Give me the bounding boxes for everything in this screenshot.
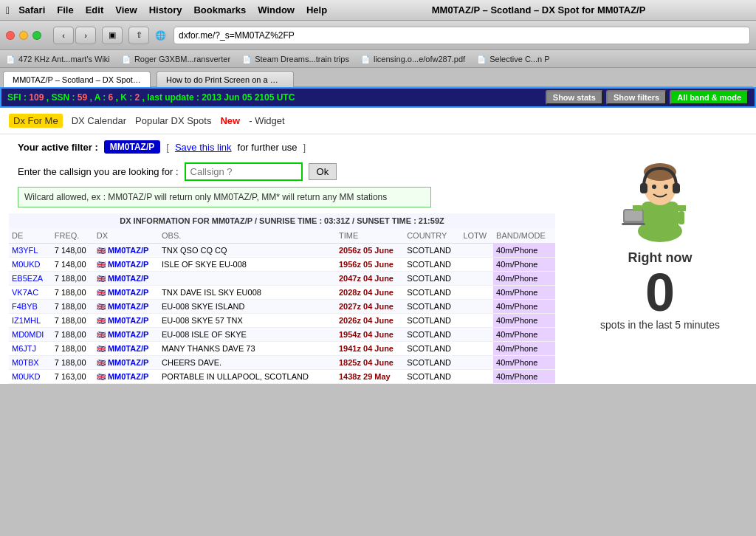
dx-cell: 🇬🇧 MM0TAZ/P	[94, 370, 159, 384]
minimize-button[interactable]	[19, 31, 28, 40]
callsign-input[interactable]	[185, 162, 303, 181]
dx-link[interactable]: MM0TAZ/P	[108, 260, 148, 269]
window-title: MM0TAZ/P – Scotland – DX Spot for MM0TAZ…	[327, 4, 750, 16]
save-link[interactable]: Save this link	[175, 142, 232, 153]
bookmark-4[interactable]: 📄 licensing.o...e/ofw287.pdf	[361, 55, 465, 63]
time-cell: 1825z 04 June	[336, 356, 404, 370]
de-cell: M0UKD	[9, 258, 52, 272]
nav-popular[interactable]: Popular DX Spots	[135, 115, 211, 126]
dx-link[interactable]: MM0TAZ/P	[108, 274, 148, 283]
freq-cell: 7 163,00	[52, 370, 94, 384]
col-time: TIME	[336, 228, 404, 244]
de-link[interactable]: M0UKD	[12, 260, 41, 269]
maximize-button[interactable]	[32, 31, 41, 40]
obs-cell: TNX DAVE ISL SKY EU008	[159, 286, 336, 300]
dx-link[interactable]: MM0TAZ/P	[108, 246, 148, 255]
de-link[interactable]: M0TBX	[12, 358, 39, 367]
dx-link[interactable]: MM0TAZ/P	[108, 302, 148, 311]
country-cell: SCOTLAND	[404, 314, 460, 328]
dx-link[interactable]: MM0TAZ/P	[108, 330, 148, 339]
de-link[interactable]: M6JTJ	[12, 344, 36, 353]
back-button[interactable]: ‹	[53, 27, 74, 44]
country-cell: SCOTLAND	[404, 370, 460, 384]
address-bar[interactable]	[173, 27, 750, 44]
lotw-cell	[460, 258, 493, 272]
filter-row: Your active filter : MM0TAZ/P [ Save thi…	[9, 134, 555, 159]
lotw-cell	[460, 314, 493, 328]
filter-label: Your active filter :	[18, 142, 98, 153]
svg-rect-13	[678, 211, 684, 224]
dx-cell: 🇬🇧 MM0TAZ/P	[94, 328, 159, 342]
tab-2[interactable]: How to do Print Screen on a Mac | W	[157, 71, 294, 87]
flag-icon: 🇬🇧	[97, 247, 106, 255]
hint-row: Wilcard allowed, ex : MM0TAZ/P will retu…	[18, 187, 431, 207]
de-link[interactable]: VK7AC	[12, 288, 38, 297]
menu-help[interactable]: Help	[306, 4, 327, 16]
share-button[interactable]: ⇧	[128, 27, 149, 44]
de-link[interactable]: M3YFL	[12, 246, 38, 255]
country-cell: SCOTLAND	[404, 328, 460, 342]
dx-link[interactable]: MM0TAZ/P	[108, 344, 148, 353]
time-cell: 2027z 04 June	[336, 300, 404, 314]
reload-button[interactable]: ▣	[102, 27, 123, 44]
nav-widget[interactable]: - Widget	[249, 115, 284, 126]
obs-cell: MANY THANKS DAVE 73	[159, 342, 336, 356]
de-cell: F4BYB	[9, 300, 52, 314]
menu-edit[interactable]: Edit	[86, 4, 104, 16]
dx-link[interactable]: MM0TAZ/P	[108, 358, 148, 367]
flag-icon: 🇬🇧	[97, 303, 106, 311]
nav-dxcalendar[interactable]: DX Calendar	[72, 115, 126, 126]
country-cell: SCOTLAND	[404, 286, 460, 300]
de-link[interactable]: EB5EZA	[12, 274, 43, 283]
status-bar: SFI : 109 , SSN : 59 , A : 6 , K : 2 , l…	[0, 87, 756, 108]
de-cell: M6JTJ	[9, 342, 52, 356]
svg-point-6	[652, 185, 656, 189]
nav-new[interactable]: New	[220, 115, 240, 126]
show-filters-button[interactable]: Show filters	[606, 90, 667, 105]
bookmark-1[interactable]: 📄 472 KHz Ant...mart's Wiki	[6, 55, 110, 63]
all-band-mode-button[interactable]: All band & mode	[670, 90, 749, 105]
bookmark-3[interactable]: 📄 Steam Dreams...train trips	[242, 55, 349, 63]
dx-cell: 🇬🇧 MM0TAZ/P	[94, 314, 159, 328]
menu-window[interactable]: Window	[258, 4, 295, 16]
table-row: MD0MDI 7 188,00 🇬🇧 MM0TAZ/P EU-008 ISLE …	[9, 328, 555, 342]
bookmark-5[interactable]: 📄 Selective C...n P	[477, 55, 549, 63]
tab-active[interactable]: MM0TAZ/P – Scotland – DX Spot for MM0TAZ…	[3, 71, 151, 87]
nav-dxforme[interactable]: Dx For Me	[9, 114, 63, 128]
close-button[interactable]	[6, 31, 15, 40]
col-de: DE	[9, 228, 52, 244]
dx-cell: 🇬🇧 MM0TAZ/P	[94, 272, 159, 286]
dx-table: DE FREQ. DX OBS. TIME COUNTRY LOTW BAND/…	[9, 228, 555, 384]
dx-cell: 🇬🇧 MM0TAZ/P	[94, 342, 159, 356]
menu-bookmarks[interactable]: Bookmarks	[193, 4, 246, 16]
band-mode-cell: 40m/Phone	[493, 314, 555, 328]
de-link[interactable]: MD0MDI	[12, 330, 44, 339]
dx-link[interactable]: MM0TAZ/P	[108, 316, 148, 325]
nav-buttons: ‹ ›	[53, 27, 96, 44]
app-menu: Safari File Edit View History Bookmarks …	[18, 4, 327, 16]
time-cell: 2026z 04 June	[336, 314, 404, 328]
svg-rect-9	[625, 210, 642, 221]
show-stats-button[interactable]: Show stats	[546, 90, 603, 105]
col-dx: DX	[94, 228, 159, 244]
left-panel: Your active filter : MM0TAZ/P [ Save thi…	[0, 134, 564, 384]
tabs-bar: MM0TAZ/P – Scotland – DX Spot for MM0TAZ…	[0, 68, 756, 87]
bookmark-icon-5: 📄	[477, 55, 486, 63]
dx-link[interactable]: MM0TAZ/P	[108, 288, 148, 297]
freq-cell: 7 188,00	[52, 342, 94, 356]
menu-safari[interactable]: Safari	[18, 4, 45, 16]
de-link[interactable]: F4BYB	[12, 302, 38, 311]
flag-icon: 🇬🇧	[97, 331, 106, 339]
ok-button[interactable]: Ok	[309, 163, 337, 180]
menu-file[interactable]: File	[57, 4, 73, 16]
de-link[interactable]: IZ1MHL	[12, 316, 41, 325]
forward-button[interactable]: ›	[75, 27, 96, 44]
dx-link[interactable]: MM0TAZ/P	[108, 372, 148, 381]
menu-view[interactable]: View	[115, 4, 137, 16]
dx-cell: 🇬🇧 MM0TAZ/P	[94, 286, 159, 300]
de-link[interactable]: M0UKD	[12, 372, 41, 381]
menu-history[interactable]: History	[149, 4, 182, 16]
band-mode-cell: 40m/Phone	[493, 342, 555, 356]
bookmark-icon-3: 📄	[242, 55, 251, 63]
bookmark-2[interactable]: 📄 Roger G3XBM...ransverter	[122, 55, 230, 63]
